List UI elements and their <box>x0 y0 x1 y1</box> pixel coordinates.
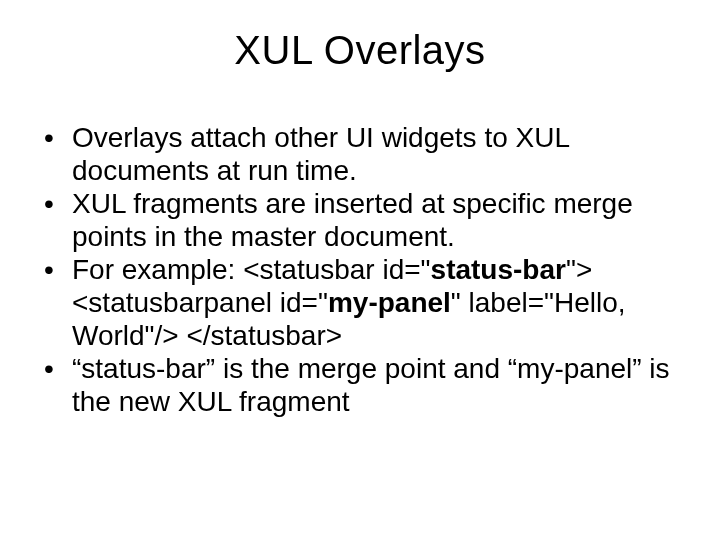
list-item: XUL fragments are inserted at specific m… <box>38 187 682 253</box>
bold-text: status-bar <box>431 254 566 285</box>
bold-text: my-panel <box>328 287 451 318</box>
bullet-text: Overlays attach other UI widgets to XUL … <box>72 122 569 186</box>
list-item: For example: <statusbar id="status-bar">… <box>38 253 682 352</box>
slide: XUL Overlays Overlays attach other UI wi… <box>0 0 720 540</box>
slide-title: XUL Overlays <box>38 28 682 73</box>
bullet-text: For example: <statusbar id=" <box>72 254 431 285</box>
list-item: Overlays attach other UI widgets to XUL … <box>38 121 682 187</box>
bullet-text: “status-bar” is the merge point and “my-… <box>72 353 670 417</box>
list-item: “status-bar” is the merge point and “my-… <box>38 352 682 418</box>
bullet-text: XUL fragments are inserted at specific m… <box>72 188 633 252</box>
bullet-list: Overlays attach other UI widgets to XUL … <box>38 121 682 418</box>
